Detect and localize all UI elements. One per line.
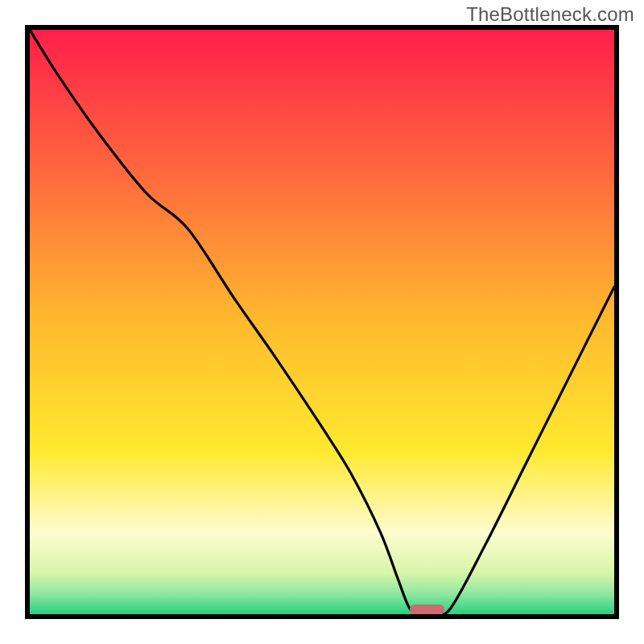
stage: TheBottleneck.com bbox=[0, 0, 644, 644]
watermark-text: TheBottleneck.com bbox=[466, 3, 634, 26]
chart-frame bbox=[25, 25, 619, 619]
optimal-marker bbox=[410, 605, 445, 614]
bottleneck-curve bbox=[30, 30, 614, 614]
